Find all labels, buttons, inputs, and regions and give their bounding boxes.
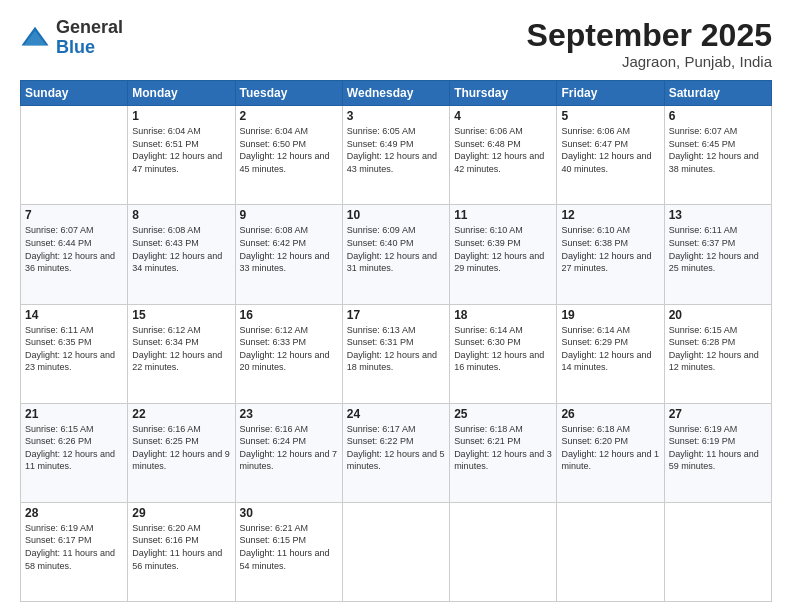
- calendar-cell: 18Sunrise: 6:14 AMSunset: 6:30 PMDayligh…: [450, 304, 557, 403]
- logo: General Blue: [20, 18, 123, 58]
- day-info: Sunrise: 6:09 AMSunset: 6:40 PMDaylight:…: [347, 224, 445, 274]
- calendar-cell: 30Sunrise: 6:21 AMSunset: 6:15 PMDayligh…: [235, 502, 342, 601]
- day-info: Sunrise: 6:19 AMSunset: 6:19 PMDaylight:…: [669, 423, 767, 473]
- day-info: Sunrise: 6:15 AMSunset: 6:26 PMDaylight:…: [25, 423, 123, 473]
- weekday-header: Sunday: [21, 81, 128, 106]
- day-number: 8: [132, 208, 230, 222]
- day-number: 21: [25, 407, 123, 421]
- calendar-table: SundayMondayTuesdayWednesdayThursdayFrid…: [20, 80, 772, 602]
- day-info: Sunrise: 6:19 AMSunset: 6:17 PMDaylight:…: [25, 522, 123, 572]
- day-number: 26: [561, 407, 659, 421]
- day-number: 27: [669, 407, 767, 421]
- calendar-cell: 20Sunrise: 6:15 AMSunset: 6:28 PMDayligh…: [664, 304, 771, 403]
- day-info: Sunrise: 6:15 AMSunset: 6:28 PMDaylight:…: [669, 324, 767, 374]
- day-info: Sunrise: 6:05 AMSunset: 6:49 PMDaylight:…: [347, 125, 445, 175]
- day-info: Sunrise: 6:08 AMSunset: 6:42 PMDaylight:…: [240, 224, 338, 274]
- logo-text: General Blue: [56, 18, 123, 58]
- day-number: 10: [347, 208, 445, 222]
- day-number: 6: [669, 109, 767, 123]
- weekday-header: Tuesday: [235, 81, 342, 106]
- day-number: 25: [454, 407, 552, 421]
- calendar-week-row: 21Sunrise: 6:15 AMSunset: 6:26 PMDayligh…: [21, 403, 772, 502]
- day-info: Sunrise: 6:18 AMSunset: 6:20 PMDaylight:…: [561, 423, 659, 473]
- day-info: Sunrise: 6:14 AMSunset: 6:29 PMDaylight:…: [561, 324, 659, 374]
- calendar-cell: 23Sunrise: 6:16 AMSunset: 6:24 PMDayligh…: [235, 403, 342, 502]
- day-number: 17: [347, 308, 445, 322]
- calendar-cell: 22Sunrise: 6:16 AMSunset: 6:25 PMDayligh…: [128, 403, 235, 502]
- calendar-cell: 6Sunrise: 6:07 AMSunset: 6:45 PMDaylight…: [664, 106, 771, 205]
- calendar-cell: [557, 502, 664, 601]
- day-info: Sunrise: 6:20 AMSunset: 6:16 PMDaylight:…: [132, 522, 230, 572]
- calendar-cell: [21, 106, 128, 205]
- weekday-header: Friday: [557, 81, 664, 106]
- day-number: 12: [561, 208, 659, 222]
- calendar-cell: 21Sunrise: 6:15 AMSunset: 6:26 PMDayligh…: [21, 403, 128, 502]
- day-number: 3: [347, 109, 445, 123]
- day-number: 1: [132, 109, 230, 123]
- calendar-cell: 14Sunrise: 6:11 AMSunset: 6:35 PMDayligh…: [21, 304, 128, 403]
- day-info: Sunrise: 6:04 AMSunset: 6:51 PMDaylight:…: [132, 125, 230, 175]
- page: General Blue September 2025 Jagraon, Pun…: [0, 0, 792, 612]
- day-info: Sunrise: 6:06 AMSunset: 6:47 PMDaylight:…: [561, 125, 659, 175]
- day-number: 16: [240, 308, 338, 322]
- calendar-cell: 24Sunrise: 6:17 AMSunset: 6:22 PMDayligh…: [342, 403, 449, 502]
- calendar-cell: 4Sunrise: 6:06 AMSunset: 6:48 PMDaylight…: [450, 106, 557, 205]
- day-number: 18: [454, 308, 552, 322]
- calendar-cell: [450, 502, 557, 601]
- day-number: 9: [240, 208, 338, 222]
- calendar-cell: 25Sunrise: 6:18 AMSunset: 6:21 PMDayligh…: [450, 403, 557, 502]
- day-number: 4: [454, 109, 552, 123]
- day-number: 19: [561, 308, 659, 322]
- day-info: Sunrise: 6:06 AMSunset: 6:48 PMDaylight:…: [454, 125, 552, 175]
- day-number: 30: [240, 506, 338, 520]
- day-info: Sunrise: 6:08 AMSunset: 6:43 PMDaylight:…: [132, 224, 230, 274]
- calendar-cell: 15Sunrise: 6:12 AMSunset: 6:34 PMDayligh…: [128, 304, 235, 403]
- day-info: Sunrise: 6:07 AMSunset: 6:45 PMDaylight:…: [669, 125, 767, 175]
- calendar-cell: 3Sunrise: 6:05 AMSunset: 6:49 PMDaylight…: [342, 106, 449, 205]
- day-number: 29: [132, 506, 230, 520]
- day-number: 13: [669, 208, 767, 222]
- day-info: Sunrise: 6:12 AMSunset: 6:33 PMDaylight:…: [240, 324, 338, 374]
- weekday-header: Wednesday: [342, 81, 449, 106]
- calendar-cell: 19Sunrise: 6:14 AMSunset: 6:29 PMDayligh…: [557, 304, 664, 403]
- month-title: September 2025: [527, 18, 772, 53]
- day-number: 15: [132, 308, 230, 322]
- day-number: 5: [561, 109, 659, 123]
- calendar-cell: 26Sunrise: 6:18 AMSunset: 6:20 PMDayligh…: [557, 403, 664, 502]
- day-number: 23: [240, 407, 338, 421]
- title-block: September 2025 Jagraon, Punjab, India: [527, 18, 772, 70]
- day-number: 20: [669, 308, 767, 322]
- calendar-cell: 27Sunrise: 6:19 AMSunset: 6:19 PMDayligh…: [664, 403, 771, 502]
- calendar-cell: [664, 502, 771, 601]
- calendar-cell: 13Sunrise: 6:11 AMSunset: 6:37 PMDayligh…: [664, 205, 771, 304]
- calendar-week-row: 14Sunrise: 6:11 AMSunset: 6:35 PMDayligh…: [21, 304, 772, 403]
- weekday-header: Monday: [128, 81, 235, 106]
- calendar-cell: 28Sunrise: 6:19 AMSunset: 6:17 PMDayligh…: [21, 502, 128, 601]
- day-number: 14: [25, 308, 123, 322]
- calendar-cell: 10Sunrise: 6:09 AMSunset: 6:40 PMDayligh…: [342, 205, 449, 304]
- calendar-header-row: SundayMondayTuesdayWednesdayThursdayFrid…: [21, 81, 772, 106]
- calendar-week-row: 7Sunrise: 6:07 AMSunset: 6:44 PMDaylight…: [21, 205, 772, 304]
- calendar-cell: 1Sunrise: 6:04 AMSunset: 6:51 PMDaylight…: [128, 106, 235, 205]
- day-info: Sunrise: 6:17 AMSunset: 6:22 PMDaylight:…: [347, 423, 445, 473]
- day-info: Sunrise: 6:18 AMSunset: 6:21 PMDaylight:…: [454, 423, 552, 473]
- weekday-header: Thursday: [450, 81, 557, 106]
- calendar-cell: [342, 502, 449, 601]
- calendar-cell: 11Sunrise: 6:10 AMSunset: 6:39 PMDayligh…: [450, 205, 557, 304]
- day-number: 28: [25, 506, 123, 520]
- day-info: Sunrise: 6:07 AMSunset: 6:44 PMDaylight:…: [25, 224, 123, 274]
- day-info: Sunrise: 6:13 AMSunset: 6:31 PMDaylight:…: [347, 324, 445, 374]
- day-info: Sunrise: 6:16 AMSunset: 6:24 PMDaylight:…: [240, 423, 338, 473]
- calendar-cell: 5Sunrise: 6:06 AMSunset: 6:47 PMDaylight…: [557, 106, 664, 205]
- day-number: 7: [25, 208, 123, 222]
- day-info: Sunrise: 6:04 AMSunset: 6:50 PMDaylight:…: [240, 125, 338, 175]
- calendar-week-row: 28Sunrise: 6:19 AMSunset: 6:17 PMDayligh…: [21, 502, 772, 601]
- logo-general: General: [56, 17, 123, 37]
- day-info: Sunrise: 6:10 AMSunset: 6:39 PMDaylight:…: [454, 224, 552, 274]
- day-number: 11: [454, 208, 552, 222]
- day-info: Sunrise: 6:10 AMSunset: 6:38 PMDaylight:…: [561, 224, 659, 274]
- calendar-cell: 2Sunrise: 6:04 AMSunset: 6:50 PMDaylight…: [235, 106, 342, 205]
- day-info: Sunrise: 6:14 AMSunset: 6:30 PMDaylight:…: [454, 324, 552, 374]
- day-info: Sunrise: 6:21 AMSunset: 6:15 PMDaylight:…: [240, 522, 338, 572]
- day-number: 2: [240, 109, 338, 123]
